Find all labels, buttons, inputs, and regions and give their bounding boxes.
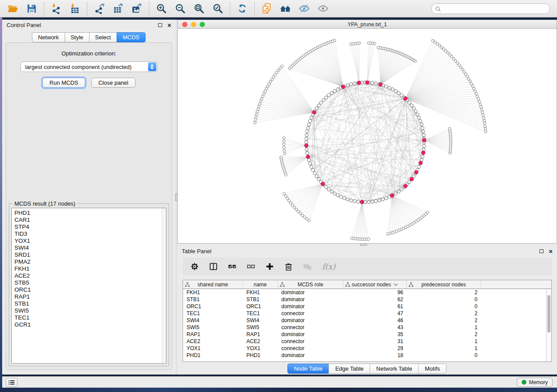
window-maximize-traffic-light[interactable] (200, 22, 205, 27)
cell-predecessor-nodes[interactable]: 0 (407, 352, 481, 359)
column-header-predecessor-nodes[interactable]: predecessor nodes (407, 280, 481, 289)
select-all-icon[interactable] (228, 262, 236, 271)
cell-name[interactable]: ACE2 (243, 338, 278, 345)
mcds-result-item[interactable]: GCR1 (14, 321, 166, 328)
cell-successor-nodes[interactable]: 61 (343, 303, 407, 310)
cell-predecessor-nodes[interactable]: 1 (407, 345, 481, 352)
network-titlebar[interactable]: YPA_prune.txt_1 (178, 20, 557, 29)
refresh-button[interactable] (235, 2, 249, 16)
tab-node-table[interactable]: Node Table (287, 364, 329, 374)
cell-mcds-role[interactable]: connector (278, 338, 343, 345)
cell-name[interactable]: SWI5 (243, 324, 278, 331)
cell-predecessor-nodes[interactable]: 2 (407, 317, 481, 324)
cell-successor-nodes[interactable]: 47 (343, 310, 407, 317)
tab-style[interactable]: Style (65, 32, 90, 42)
mcds-result-item[interactable]: TEC1 (14, 314, 166, 321)
cell-shared-name[interactable]: STB1 (183, 296, 243, 303)
table-scrollbar-thumb[interactable] (547, 295, 550, 333)
cell-name[interactable]: YOX1 (243, 345, 278, 352)
column-header-shared-name[interactable]: shared name (183, 280, 243, 289)
zoom-fit-button[interactable] (191, 2, 206, 16)
mcds-result-item[interactable]: STB5 (14, 279, 166, 286)
mcds-result-item[interactable]: SWI5 (14, 307, 166, 314)
cell-shared-name[interactable]: PHD1 (183, 352, 243, 359)
cell-predecessor-nodes[interactable]: 0 (407, 303, 481, 310)
mcds-result-item[interactable]: ORC1 (14, 286, 166, 293)
table-row[interactable]: STB1STB1dominator620 (183, 296, 546, 303)
cell-predecessor-nodes[interactable]: 0 (407, 296, 481, 303)
search-input[interactable] (443, 6, 546, 12)
tab-network[interactable]: Network (32, 32, 65, 42)
window-minimize-traffic-light[interactable] (191, 22, 196, 27)
save-session-button[interactable] (24, 2, 39, 16)
cell-shared-name[interactable]: RAP1 (183, 331, 243, 338)
mcds-result-scrollbar[interactable] (162, 208, 166, 363)
mcds-result-item[interactable]: PHD1 (14, 210, 166, 217)
cell-successor-nodes[interactable]: 43 (343, 324, 407, 331)
mcds-result-item[interactable]: ACE2 (14, 272, 166, 279)
cell-name[interactable]: PHD1 (243, 352, 278, 359)
close-panel-icon[interactable]: × (167, 22, 171, 28)
table-row[interactable]: YOX1YOX1connector291 (183, 345, 546, 352)
open-file-button[interactable] (5, 2, 20, 16)
table-row[interactable]: FKH1FKH1dominator962 (183, 289, 546, 296)
hide-selected-button[interactable] (297, 2, 311, 16)
zoom-selected-button[interactable] (210, 2, 225, 16)
task-history-button[interactable] (6, 378, 17, 387)
export-network-button[interactable] (92, 2, 107, 16)
tab-network-table[interactable]: Network Table (370, 364, 419, 374)
mcds-result-item[interactable]: SWI4 (14, 244, 166, 251)
mcds-result-item[interactable]: STB1 (14, 300, 166, 307)
column-header-name[interactable]: name (243, 280, 278, 289)
cell-shared-name[interactable]: YOX1 (183, 345, 243, 352)
cell-successor-nodes[interactable]: 62 (343, 296, 407, 303)
cell-predecessor-nodes[interactable]: 1 (407, 324, 481, 331)
network-canvas[interactable] (178, 29, 557, 243)
deselect-all-icon[interactable] (247, 262, 255, 271)
zoom-out-button[interactable] (173, 2, 187, 16)
show-all-button[interactable] (315, 2, 330, 16)
tab-edge-table[interactable]: Edge Table (329, 364, 370, 374)
cell-shared-name[interactable]: ORC1 (183, 303, 243, 310)
window-close-traffic-light[interactable] (182, 22, 187, 27)
cell-predecessor-nodes[interactable]: 2 (407, 331, 481, 338)
cell-shared-name[interactable]: TEC1 (183, 310, 243, 317)
duplicate-network-button[interactable] (259, 2, 274, 16)
mcds-result-item[interactable]: TID3 (14, 230, 166, 237)
export-table-button[interactable] (111, 2, 125, 16)
cell-name[interactable]: STB1 (243, 296, 278, 303)
cell-name[interactable]: ORC1 (243, 303, 278, 310)
settings-gear-icon[interactable] (190, 262, 199, 271)
cell-predecessor-nodes[interactable]: 2 (407, 310, 481, 317)
run-mcds-button[interactable]: Run MCDS (42, 78, 85, 88)
add-column-icon[interactable] (266, 262, 274, 271)
cell-successor-nodes[interactable]: 31 (343, 338, 407, 345)
delete-column-icon[interactable] (284, 262, 293, 271)
optimization-criterion-select[interactable]: largest connected component (undirected) (21, 62, 158, 72)
import-network-button[interactable] (48, 2, 63, 16)
table-row[interactable]: SWI5SWI5connector431 (183, 324, 546, 331)
column-visibility-icon[interactable] (209, 262, 218, 271)
table-row[interactable]: ACE2ACE2connector311 (183, 338, 546, 345)
cell-shared-name[interactable]: SWI5 (183, 324, 243, 331)
float-panel-icon[interactable] (158, 23, 162, 27)
cell-mcds-role[interactable]: connector (278, 345, 343, 352)
table-row[interactable]: SWI4SWI4dominator462 (183, 317, 546, 324)
close-panel-button[interactable]: Close panel (91, 78, 135, 88)
mcds-result-item[interactable]: YOX1 (14, 237, 166, 244)
cell-mcds-role[interactable]: dominator (278, 303, 343, 310)
tab-motifs[interactable]: Motifs (418, 364, 446, 374)
column-header-successor-nodes[interactable]: successor nodes (343, 280, 407, 289)
cell-mcds-role[interactable]: dominator (278, 317, 343, 324)
cell-name[interactable]: RAP1 (243, 331, 278, 338)
cell-mcds-role[interactable]: dominator (278, 352, 343, 359)
cell-name[interactable]: TEC1 (243, 310, 278, 317)
cell-name[interactable]: SWI4 (243, 317, 278, 324)
mcds-result-item[interactable]: STP4 (14, 224, 166, 230)
cell-successor-nodes[interactable]: 29 (343, 345, 407, 352)
cell-shared-name[interactable]: FKH1 (183, 289, 243, 296)
tab-mcds[interactable]: MCDS (117, 32, 145, 42)
mcds-result-item[interactable]: SRD1 (14, 251, 166, 258)
cell-predecessor-nodes[interactable]: 2 (407, 289, 481, 296)
export-image-button[interactable] (129, 2, 144, 16)
